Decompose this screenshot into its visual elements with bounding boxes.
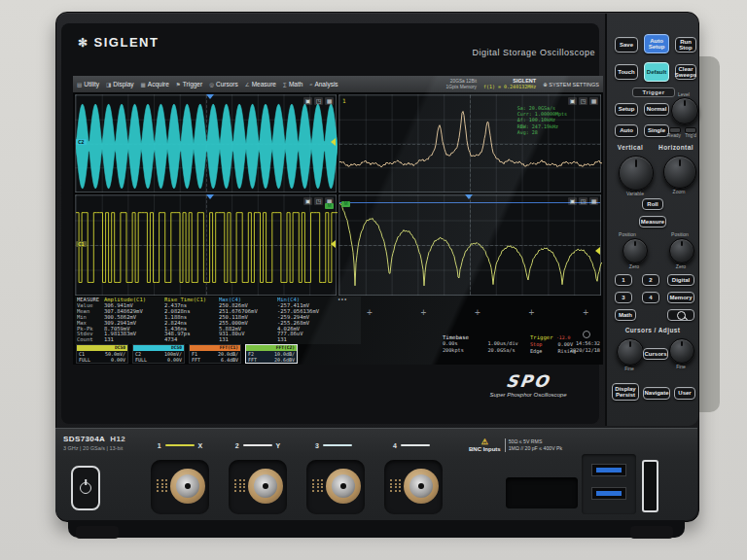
channel-1-button[interactable]: 1	[615, 274, 632, 286]
channel-badge-c2[interactable]: DC50C2100mV/FULL0.00V	[132, 344, 185, 364]
channel-badge-f2[interactable]: FFT(C2)F210.0dB/FFT20.6dBV	[245, 344, 298, 364]
brand-text: SIGLENT	[94, 35, 160, 50]
maximize-icon[interactable]: ◳	[314, 97, 323, 105]
camera-icon[interactable]: ▣	[568, 197, 577, 205]
channel-4-button[interactable]: 4	[642, 292, 659, 303]
menu-item-utility[interactable]: ▤Utility	[77, 81, 99, 88]
side-connector	[642, 460, 658, 512]
trigger-position-marker[interactable]	[206, 194, 214, 199]
maximize-icon[interactable]: ◳	[579, 197, 587, 205]
channel-badge-c1[interactable]: DC50C150.0mV/FULL0.00V	[76, 344, 128, 364]
menu-item-display[interactable]: ◨Display	[106, 81, 134, 88]
menu-item-measure[interactable]: ∠Measure	[245, 81, 276, 88]
menu-item-cursors[interactable]: ◎Cursors	[209, 81, 238, 88]
trigger-normal-button[interactable]: Normal	[644, 103, 669, 116]
trigger-level-marker[interactable]	[331, 138, 336, 146]
grid-icon[interactable]: ▦	[589, 97, 598, 105]
quadrant-icons[interactable]: ▣◳▦	[303, 97, 334, 105]
trigger-level-marker[interactable]	[595, 247, 600, 255]
add-measurement-slot[interactable]: +	[475, 307, 480, 318]
menu-item-math[interactable]: ∑Math	[283, 81, 302, 88]
menu-item-analysis[interactable]: ≈Analysis	[309, 81, 338, 88]
touch-button[interactable]: Touch	[615, 64, 638, 80]
system-settings-button[interactable]: ⊕ SYSTEM SETTINGS	[543, 82, 599, 88]
channel-2-button[interactable]: 2	[642, 274, 659, 286]
grid-q2-fft[interactable]: 1 Sa: 20.0GSa/sCurr: 1.00000MptsΔf: 100.…	[338, 94, 601, 192]
status-memory: 1Gpts Memory	[446, 85, 477, 90]
search-button[interactable]	[667, 309, 694, 321]
vertical-position-knob[interactable]	[622, 238, 648, 263]
bnc-connector	[229, 460, 287, 514]
trigger-auto-button[interactable]: Auto	[615, 124, 638, 137]
camera-icon[interactable]: ▣	[568, 97, 577, 105]
maximize-icon[interactable]: ◳	[314, 197, 323, 205]
grid-icon[interactable]: ▦	[325, 97, 334, 105]
menu-item-acquire[interactable]: ▦Acquire	[141, 81, 169, 88]
memory-button[interactable]: Memory	[667, 292, 694, 303]
add-measurement-slot[interactable]: +	[583, 307, 588, 318]
channel-label: 3	[297, 440, 374, 450]
clock-block[interactable]: 14:56:32 2020/12/18	[557, 334, 600, 353]
display-persist-button[interactable]: DisplayPersist	[612, 383, 639, 401]
measure-table[interactable]: MEASUREAmplitude(C1)Rise Time(C1)Max(C4)…	[75, 297, 361, 344]
camera-icon[interactable]: ▣	[303, 97, 312, 105]
cursors-icon: ◎	[209, 82, 214, 88]
auto-setup-button[interactable]: AutoSetup	[644, 34, 669, 53]
channel-c1-marker[interactable]: C1	[76, 241, 87, 247]
add-measurement-slot[interactable]: +	[367, 307, 373, 318]
trigger-setup-button[interactable]: Setup	[615, 103, 638, 116]
roll-button[interactable]: Roll	[642, 198, 663, 210]
add-measurement-row[interactable]: +++++	[367, 307, 588, 318]
menu-item-trigger[interactable]: ⚑Trigger	[176, 81, 202, 88]
add-measurement-slot[interactable]: +	[421, 307, 427, 318]
channel-c2-marker[interactable]: C2	[76, 139, 87, 145]
cursors-button[interactable]: Cursors	[643, 348, 668, 360]
control-panel: Save AutoSetup RunStop Touch Default Cle…	[605, 14, 698, 426]
save-button[interactable]: Save	[615, 37, 638, 52]
siglent-logo: ✻ SIGLENT	[78, 35, 159, 50]
user-button[interactable]: User	[674, 387, 695, 400]
lcd-display[interactable]: ▤Utility◨Display▦Acquire⚑Trigger◎Cursors…	[73, 76, 603, 365]
trigger-position-marker[interactable]	[465, 194, 473, 199]
horizontal-scale-knob[interactable]	[663, 156, 696, 189]
universal-knob[interactable]	[617, 338, 644, 366]
channel-label: 4	[374, 440, 452, 450]
timebase-block[interactable]: Timebase 0.00s 1.00us/div 200kpts 20.0GS…	[443, 334, 528, 353]
front-panel: SDS7304AH12 3 GHz | 20 GSa/s | 13-bit 1X…	[55, 428, 697, 520]
ready-led-label: Ready	[665, 133, 683, 138]
quadrant-icons[interactable]: ▣◳▦	[568, 197, 598, 205]
digital-button[interactable]: Digital	[667, 274, 694, 286]
math-button[interactable]: Math	[615, 309, 636, 321]
grid-q1-am-waveform[interactable]: C2 ▣◳▦	[75, 94, 337, 192]
add-measurement-slot[interactable]: +	[529, 307, 535, 318]
run-stop-button[interactable]: RunStop	[675, 37, 696, 52]
trigger-level-marker[interactable]	[331, 240, 336, 248]
timebase-samplerate: 20.0GSa/s	[488, 347, 529, 353]
grid-q3-digital-waveform[interactable]: C1 M ▣◳▦	[75, 194, 337, 296]
grid-icon[interactable]: ▦	[589, 197, 598, 205]
navigate-button[interactable]: Navigate	[643, 387, 670, 400]
default-button[interactable]: Default	[644, 62, 669, 82]
trigger-position-marker[interactable]	[206, 94, 214, 99]
horizontal-zero-label: Zero	[669, 263, 693, 269]
measure-button[interactable]: Measure	[639, 216, 666, 228]
trigger-level-knob[interactable]	[671, 97, 698, 124]
power-button[interactable]	[71, 466, 100, 510]
horizontal-position-knob[interactable]	[669, 238, 694, 263]
quadrant-icons[interactable]: ▣◳▦	[568, 97, 598, 105]
channel-3-button[interactable]: 3	[615, 292, 632, 303]
device-base	[68, 520, 685, 538]
adjust-knob[interactable]	[669, 338, 694, 364]
maximize-icon[interactable]: ◳	[579, 97, 587, 105]
usb-port-1[interactable]	[591, 464, 626, 476]
warning-line-1: 50Ω ≤ 5V RMS	[509, 438, 562, 445]
vertical-scale-knob[interactable]	[619, 156, 654, 191]
channel-badge-f1[interactable]: FFT(C1)F120.0dB/FFT6.4dBV	[189, 344, 241, 364]
camera-icon[interactable]: ▣	[303, 197, 312, 205]
grid-q4-lobes[interactable]: M ▣◳▦	[338, 194, 601, 296]
cursor-line[interactable]	[339, 202, 600, 203]
trigger-label: Trigger	[530, 334, 553, 340]
usb-port-2[interactable]	[591, 487, 626, 500]
math-chip: M	[325, 203, 334, 209]
clear-sweeps-button[interactable]: ClearSweeps	[675, 64, 696, 80]
